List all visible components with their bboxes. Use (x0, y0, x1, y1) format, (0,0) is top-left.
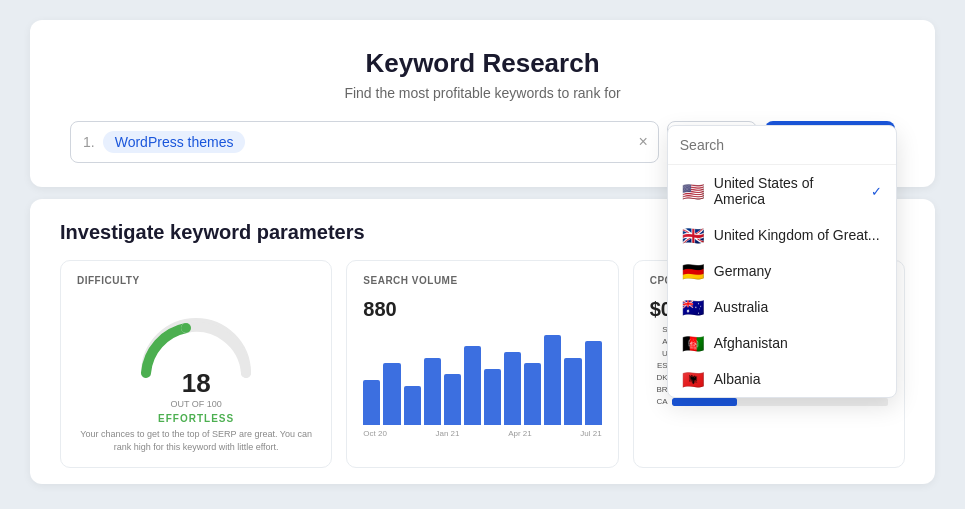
search-row: 1. WordPress themes × 🇺🇸 ▲ (70, 121, 895, 163)
hbar-track (672, 398, 888, 406)
volume-bar (383, 363, 400, 425)
difficulty-label: DIFFICULTY (77, 275, 315, 286)
country-name: United Kingdom of Great... (714, 227, 880, 243)
volume-bar-chart (363, 325, 601, 425)
search-volume-value: 880 (363, 298, 601, 321)
country-item-us[interactable]: 🇺🇸 United States of America ✓ (668, 165, 896, 217)
country-flag: 🇦🇺 (682, 299, 704, 315)
volume-bar (464, 346, 481, 425)
volume-bar (524, 363, 541, 425)
gauge-chart (131, 298, 261, 378)
country-name: Afghanistan (714, 335, 788, 351)
hbar-label: ES (650, 361, 668, 370)
country-name: United States of America (714, 175, 861, 207)
country-flag: 🇦🇱 (682, 371, 704, 387)
axis-label: Apr 21 (508, 429, 532, 438)
country-flag: 🇺🇸 (682, 183, 704, 199)
hbar-label: U (650, 349, 668, 358)
difficulty-sub: OUT OF 100 (170, 399, 221, 409)
country-flag: 🇦🇫 (682, 335, 704, 351)
axis-label: Jan 21 (436, 429, 460, 438)
volume-bar (564, 358, 581, 426)
gauge-container: 18 OUT OF 100 EFFORTLESS Your chances to… (77, 298, 315, 453)
difficulty-card: DIFFICULTY 18 OUT OF 100 EFFORTLESS Your… (60, 260, 332, 468)
country-list: 🇺🇸 United States of America ✓ 🇬🇧 United … (668, 165, 896, 397)
country-item-gb[interactable]: 🇬🇧 United Kingdom of Great... (668, 217, 896, 253)
country-item-al[interactable]: 🇦🇱 Albania (668, 361, 896, 397)
volume-bar (504, 352, 521, 425)
selected-check: ✓ (871, 184, 882, 199)
dropdown-search-wrapper (668, 126, 896, 165)
hbar-row: CA (650, 397, 888, 406)
volume-bar (444, 374, 461, 425)
hbar-fill (672, 398, 737, 406)
difficulty-desc: Your chances to get to the top of SERP a… (77, 428, 315, 453)
country-dropdown-menu: 🇺🇸 United States of America ✓ 🇬🇧 United … (667, 125, 897, 398)
search-volume-label: SEARCH VOLUME (363, 275, 601, 286)
difficulty-value: 18 (182, 368, 211, 399)
country-dropdown-container: 🇺🇸 ▲ 🇺🇸 United States of America ✓ 🇬🇧 Un… (667, 121, 757, 163)
volume-bar (544, 335, 561, 425)
country-item-de[interactable]: 🇩🇪 Germany (668, 253, 896, 289)
hbar-label: S (650, 325, 668, 334)
volume-bar (484, 369, 501, 425)
search-volume-card: SEARCH VOLUME 880 Oct 20Jan 21Apr 21Jul … (346, 260, 618, 468)
country-search-input[interactable] (680, 137, 884, 153)
main-card: Keyword Research Find the most profitabl… (30, 20, 935, 187)
country-name: Germany (714, 263, 772, 279)
country-name: Australia (714, 299, 768, 315)
hbar-label: BR (650, 385, 668, 394)
hbar-label: DK (650, 373, 668, 382)
page-title: Keyword Research (70, 48, 895, 79)
page-subtitle: Find the most profitable keywords to ran… (70, 85, 895, 101)
volume-bar (585, 341, 602, 425)
search-input-wrapper: 1. WordPress themes × (70, 121, 659, 163)
volume-bar (404, 386, 421, 425)
clear-button[interactable]: × (638, 133, 647, 151)
volume-bar (363, 380, 380, 425)
axis-label: Jul 21 (580, 429, 601, 438)
svg-point-2 (181, 323, 191, 333)
country-item-af[interactable]: 🇦🇫 Afghanistan (668, 325, 896, 361)
country-flag: 🇬🇧 (682, 227, 704, 243)
hbar-label: CA (650, 397, 668, 406)
difficulty-tag: EFFORTLESS (158, 413, 234, 424)
country-name: Albania (714, 371, 761, 387)
keyword-tag: WordPress themes (103, 131, 246, 153)
axis-label: Oct 20 (363, 429, 387, 438)
country-item-au[interactable]: 🇦🇺 Australia (668, 289, 896, 325)
input-number: 1. (83, 134, 95, 150)
volume-bar (424, 358, 441, 426)
hbar-label: A (650, 337, 668, 346)
chart-axis-labels: Oct 20Jan 21Apr 21Jul 21 (363, 429, 601, 438)
country-flag: 🇩🇪 (682, 263, 704, 279)
